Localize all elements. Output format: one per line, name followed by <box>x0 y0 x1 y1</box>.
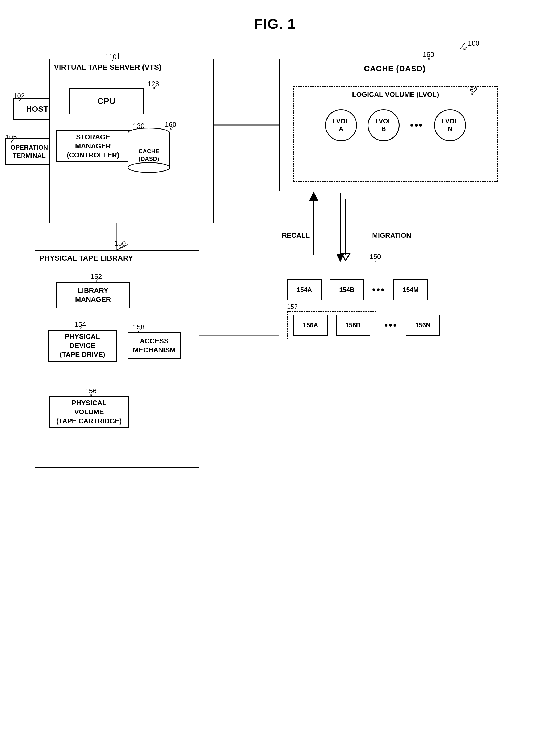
ref-154-tick: ↙ <box>79 325 83 331</box>
ref-105-tick: ↙ <box>10 137 15 144</box>
access-mechanism-label: ACCESSMECHANISM <box>133 337 176 355</box>
tape-dots-2: ••• <box>384 320 398 331</box>
cache-label-inside: CACHE(DASD) <box>130 148 168 163</box>
tape-156n: 156N <box>406 315 440 336</box>
ref-152-tick: ↙ <box>95 277 99 283</box>
physical-volume-label: PHYSICALVOLUME(TAPE CARTRIDGE) <box>56 399 122 425</box>
cpu-label: CPU <box>97 96 115 106</box>
ref-110-tick: ↙ <box>112 57 116 62</box>
tape-154m: 154M <box>393 279 428 300</box>
storage-manager-label: STORAGEMANAGER(CONTROLLER) <box>67 133 119 160</box>
cpu-box: CPU <box>69 88 144 114</box>
host-label: HOST <box>26 105 48 114</box>
lvol-a: LVOLA <box>325 109 357 141</box>
ref-158-tick: ↙ <box>138 328 142 333</box>
physical-device-label: PHYSICALDEVICE(TAPE DRIVE) <box>60 332 105 359</box>
tape-dots-1: ••• <box>372 284 385 295</box>
ref-160-vts-tick: ↙ <box>170 125 174 131</box>
figure-title: FIG. 1 <box>0 0 550 32</box>
tape-156a: 156A <box>293 315 328 336</box>
cache-dasd-right-title: CACHE (DASD) <box>280 59 510 73</box>
lvol-dots: ••• <box>410 120 423 131</box>
ref-162-tick: ↙ <box>471 90 475 96</box>
physical-device-box: PHYSICALDEVICE(TAPE DRIVE) <box>48 330 117 362</box>
tape-154b: 154B <box>329 279 364 300</box>
cache-dasd-right-box: CACHE (DASD) LOGICAL VOLUME (LVOL) LVOLA… <box>279 59 510 191</box>
ref-128-tick: ↙ <box>153 84 157 90</box>
cylinder-bottom <box>128 162 170 173</box>
ref-156-tick: ↙ <box>90 391 94 397</box>
ref-100: 100 <box>468 39 479 48</box>
lvol-dashed-box: LOGICAL VOLUME (LVOL) LVOLA LVOLB ••• LV… <box>293 86 498 182</box>
operation-terminal-label: OPERATIONTERMINAL <box>11 143 48 160</box>
tape-drive-row: 154A 154B ••• 154M <box>287 279 440 300</box>
ref-150-ptl-tick: ↙ <box>120 244 124 250</box>
ptl-right-section: 150 ↙ 154A 154B ••• 154M 156A 156B ••• 1… <box>287 279 440 339</box>
ref-102-tick: ↙ <box>18 96 23 103</box>
tape-dashed-group-156: 156A 156B <box>287 311 376 339</box>
library-manager-box: LIBRARYMANAGER <box>56 282 130 308</box>
tape-156b: 156B <box>336 315 370 336</box>
lvol-circles-container: LVOLA LVOLB ••• LVOLN <box>294 109 497 141</box>
lvol-b: LVOLB <box>368 109 399 141</box>
vts-label: VIRTUAL TAPE SERVER (VTS) <box>50 59 213 75</box>
access-mechanism-box: ACCESSMECHANISM <box>128 332 181 359</box>
ref-160-right-tick: ↙ <box>427 55 431 61</box>
library-manager-label: LIBRARYMANAGER <box>75 286 111 304</box>
ptl-label: PHYSICAL TAPE LIBRARY <box>35 251 199 266</box>
physical-volume-box: PHYSICALVOLUME(TAPE CARTRIDGE) <box>49 396 129 428</box>
ref-157: 157 <box>287 303 298 311</box>
lvol-n: LVOLN <box>434 109 466 141</box>
tape-cartridge-row: 156A 156B ••• 156N 157 <box>287 311 440 339</box>
recall-migration-arrows <box>292 191 399 261</box>
ref-100-arrow: ↙ <box>462 44 468 52</box>
tape-154a: 154A <box>287 279 322 300</box>
storage-manager-box: STORAGEMANAGER(CONTROLLER) <box>56 130 130 162</box>
